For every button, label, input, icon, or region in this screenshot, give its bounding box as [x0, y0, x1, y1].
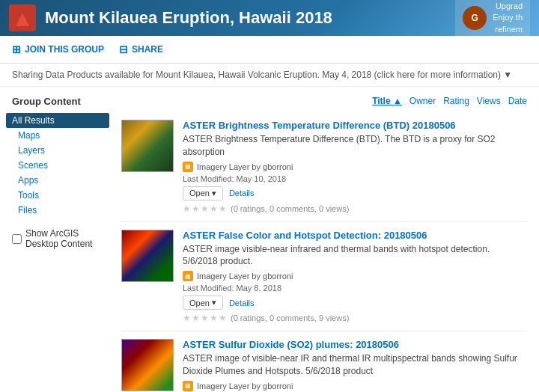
sidebar-item-scenes[interactable]: Scenes	[12, 158, 109, 173]
info-bar: Sharing Data Products available for Moun…	[0, 64, 539, 87]
sidebar: Group Content All Results Maps Layers Sc…	[12, 96, 109, 392]
layer-type-icon: ▦	[183, 381, 193, 391]
sidebar-item-layers[interactable]: Layers	[12, 143, 109, 158]
table-row: ASTER Brightness Temperature Difference …	[121, 112, 527, 222]
details-button[interactable]: Details	[229, 298, 255, 307]
upgrade-banner[interactable]: G Upgrad Enjoy th refinem	[455, 0, 530, 40]
result-thumbnail	[121, 230, 174, 282]
result-title[interactable]: ASTER False Color and Hotspot Detection:…	[183, 230, 527, 241]
stars-icon: ★★★★★	[183, 203, 228, 214]
sidebar-item-files[interactable]: Files	[12, 203, 109, 218]
sidebar-item-maps[interactable]: Maps	[12, 128, 109, 143]
join-label: JOIN THIS GROUP	[25, 44, 104, 55]
app-logo	[9, 4, 36, 31]
sort-date[interactable]: Date	[508, 96, 527, 106]
header: Mount Kilauea Eruption, Hawaii 2018 G Up…	[0, 0, 539, 36]
upgrade-text: Upgrad Enjoy th refinem	[493, 1, 523, 35]
result-actions: Open ▾ Details	[183, 295, 527, 310]
share-button[interactable]: ⊟ SHARE	[119, 43, 163, 55]
share-icon: ⊟	[119, 43, 128, 55]
result-modified: Last Modified: May 10, 2018	[183, 174, 527, 183]
results-panel: Title ▲ Owner Rating Views Date ASTER Br…	[121, 96, 527, 392]
result-desc: ASTER image of visible-near IR and therm…	[183, 352, 527, 378]
dropdown-arrow-icon: ▾	[212, 298, 216, 307]
layer-type-icon: ▦	[183, 162, 193, 172]
sort-views[interactable]: Views	[477, 96, 501, 106]
arcgis-desktop-checkbox[interactable]	[12, 234, 22, 244]
result-rating: ★★★★★ (0 ratings, 0 comments, 0 views)	[183, 203, 527, 214]
result-title[interactable]: ASTER Brightness Temperature Difference …	[183, 120, 527, 131]
result-info: ASTER Sulfur Dioxide (SO2) plumes: 20180…	[183, 339, 527, 392]
open-button[interactable]: Open ▾	[183, 186, 223, 200]
arcgis-desktop-checkbox-container: Show ArcGIS Desktop Content	[12, 228, 109, 249]
layer-type-icon: ▦	[183, 271, 193, 281]
sidebar-section-title: Group Content	[12, 96, 109, 107]
result-thumbnail	[121, 120, 174, 172]
result-thumbnail	[121, 339, 174, 391]
sidebar-item-apps[interactable]: Apps	[12, 173, 109, 188]
result-type: ▦ Imagery Layer by gborroni	[183, 381, 527, 391]
toolbar: ⊞ JOIN THIS GROUP ⊟ SHARE	[0, 36, 539, 64]
sort-title[interactable]: Title ▲	[372, 96, 402, 106]
results-sort-header: Title ▲ Owner Rating Views Date	[121, 96, 527, 106]
stars-icon: ★★★★★	[183, 313, 228, 323]
dropdown-arrow-icon: ▾	[212, 189, 216, 198]
sort-owner[interactable]: Owner	[409, 96, 436, 106]
join-group-button[interactable]: ⊞ JOIN THIS GROUP	[12, 43, 104, 55]
table-row: ASTER Sulfur Dioxide (SO2) plumes: 20180…	[121, 331, 527, 392]
details-button[interactable]: Details	[229, 189, 255, 197]
result-type: ▦ Imagery Layer by gborroni	[183, 162, 527, 172]
avatar[interactable]: G	[463, 6, 487, 30]
result-rating: ★★★★★ (0 ratings, 0 comments, 9 views)	[183, 313, 527, 323]
sort-rating[interactable]: Rating	[443, 96, 469, 106]
page-title: Mount Kilauea Eruption, Hawaii 2018	[45, 8, 455, 28]
result-type: ▦ Imagery Layer by gborroni	[183, 271, 527, 281]
result-title[interactable]: ASTER Sulfur Dioxide (SO2) plumes: 20180…	[183, 339, 527, 350]
result-info: ASTER Brightness Temperature Difference …	[183, 120, 527, 214]
sidebar-item-tools[interactable]: Tools	[12, 188, 109, 203]
result-desc: ASTER image visible-near infrared and th…	[183, 243, 527, 269]
table-row: ASTER False Color and Hotspot Detection:…	[121, 222, 527, 332]
share-label: SHARE	[132, 44, 163, 55]
result-desc: ASTER Brightness Temperature Difference …	[183, 133, 527, 159]
main-content: Group Content All Results Maps Layers Sc…	[0, 87, 539, 392]
open-button[interactable]: Open ▾	[183, 295, 223, 310]
result-actions: Open ▾ Details	[183, 186, 527, 200]
sidebar-item-all-results[interactable]: All Results	[6, 113, 109, 128]
info-text: Sharing Data Products available for Moun…	[12, 70, 512, 80]
result-modified: Last Modified: May 8, 2018	[183, 284, 527, 293]
join-icon: ⊞	[12, 43, 21, 55]
result-info: ASTER False Color and Hotspot Detection:…	[183, 230, 527, 324]
arcgis-desktop-label: Show ArcGIS Desktop Content	[25, 228, 109, 249]
